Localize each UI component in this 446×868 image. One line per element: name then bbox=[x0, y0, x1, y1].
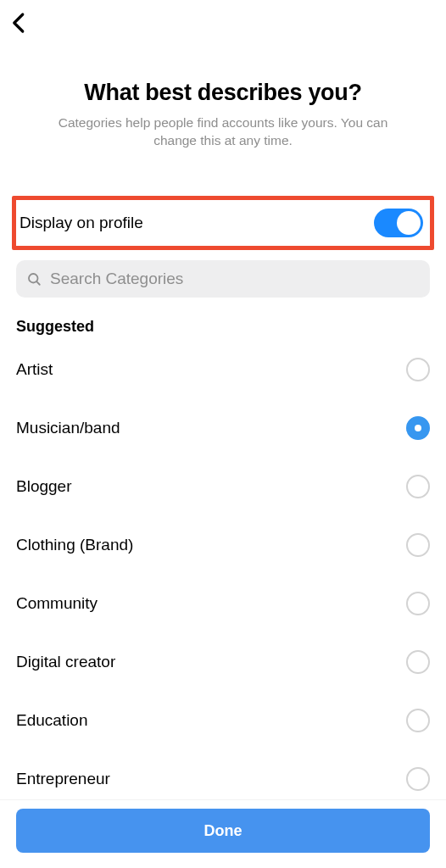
radio-icon bbox=[406, 650, 430, 674]
radio-icon bbox=[406, 709, 430, 732]
category-label: Digital creator bbox=[16, 653, 115, 671]
back-icon[interactable] bbox=[7, 10, 32, 36]
category-blogger[interactable]: Blogger bbox=[16, 458, 430, 516]
display-on-profile-label: Display on profile bbox=[20, 214, 143, 232]
done-bar: Done bbox=[0, 799, 446, 868]
radio-selected-icon bbox=[406, 416, 430, 440]
radio-icon bbox=[406, 533, 430, 557]
search-placeholder: Search Categories bbox=[50, 270, 183, 288]
highlight-display-on-profile: Display on profile bbox=[12, 196, 434, 250]
category-label: Education bbox=[16, 711, 88, 730]
category-education[interactable]: Education bbox=[16, 692, 430, 750]
category-label: Blogger bbox=[16, 477, 72, 496]
category-clothing-brand[interactable]: Clothing (Brand) bbox=[16, 516, 430, 575]
header: What best describes you? Categories help… bbox=[0, 46, 446, 150]
done-button[interactable]: Done bbox=[16, 809, 430, 853]
search-icon bbox=[26, 271, 42, 287]
search-wrap: Search Categories bbox=[16, 260, 430, 298]
radio-icon bbox=[406, 358, 430, 381]
category-label: Community bbox=[16, 594, 98, 613]
category-label: Entrepreneur bbox=[16, 770, 110, 788]
toggle-knob-icon bbox=[397, 211, 421, 235]
search-categories-input[interactable]: Search Categories bbox=[16, 260, 430, 298]
category-label: Musician/band bbox=[16, 419, 120, 437]
category-label: Clothing (Brand) bbox=[16, 536, 133, 554]
top-bar bbox=[0, 0, 446, 46]
category-musician-band[interactable]: Musician/band bbox=[16, 399, 430, 458]
category-artist[interactable]: Artist bbox=[16, 341, 430, 399]
category-label: Artist bbox=[16, 360, 53, 379]
page-title: What best describes you? bbox=[22, 46, 424, 114]
category-digital-creator[interactable]: Digital creator bbox=[16, 633, 430, 692]
category-community[interactable]: Community bbox=[16, 575, 430, 633]
svg-line-1 bbox=[36, 281, 39, 284]
radio-icon bbox=[406, 767, 430, 791]
page-subtitle: Categories help people find accounts lik… bbox=[22, 114, 424, 150]
display-on-profile-toggle[interactable] bbox=[374, 209, 423, 237]
radio-icon bbox=[406, 475, 430, 498]
display-on-profile-row: Display on profile bbox=[16, 200, 430, 246]
radio-icon bbox=[406, 592, 430, 615]
categories-section: Suggested Artist Musician/band Blogger C… bbox=[0, 298, 446, 809]
suggested-heading: Suggested bbox=[16, 298, 430, 341]
